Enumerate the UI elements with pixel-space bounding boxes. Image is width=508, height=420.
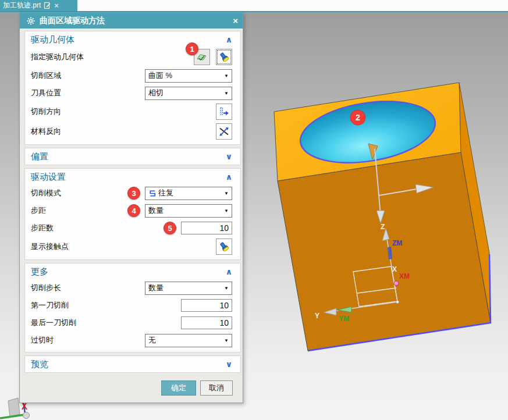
last-cut-input[interactable]	[181, 316, 232, 329]
triad-origin-sphere	[23, 412, 30, 419]
chevron-down-icon[interactable]: ∨	[226, 360, 232, 368]
zigzag-pattern-icon	[148, 190, 156, 197]
part-tab-title: 加工轨迹.prt	[3, 1, 41, 10]
row-stepover: 步距 4 数量 ▼	[31, 202, 232, 219]
row-label: 第一刀切削	[31, 300, 69, 311]
group-preview-header[interactable]: 预览 ∨	[31, 357, 232, 372]
zm-axis-label: ZM	[392, 239, 402, 247]
row-label: 最后一刀切削	[31, 318, 76, 328]
chevron-down-icon: ▼	[224, 91, 229, 96]
box-front-face	[278, 152, 491, 351]
row-last-cut: 最后一刀切削	[31, 314, 232, 332]
chevron-down-icon: ▼	[224, 338, 229, 343]
dialog-close-icon[interactable]: ×	[233, 16, 238, 25]
x-axis-label: X	[392, 265, 397, 273]
step-count-input[interactable]	[181, 222, 232, 234]
z-axis-label: Z	[381, 223, 385, 231]
dialog-body: 驱动几何体 ∧ 指定驱动几何体 1	[20, 29, 243, 403]
row-label: 指定驱动几何体	[31, 52, 84, 62]
highlight-flashlight-button[interactable]	[216, 49, 232, 65]
material-reverse-button[interactable]	[216, 123, 232, 140]
flashlight-icon	[219, 241, 230, 252]
part-tab[interactable]: 加工轨迹.prt ×	[0, 0, 77, 11]
row-label: 刀具位置	[31, 88, 61, 98]
reverse-direction-icon	[219, 126, 229, 137]
row-specify-drive-geometry: 指定驱动几何体 1	[31, 47, 232, 67]
row-material-reverse: 材料反向	[31, 122, 232, 141]
badge-2-number: 2	[356, 113, 360, 122]
cut-direction-button[interactable]	[216, 104, 232, 120]
chevron-down-icon: ▼	[224, 208, 229, 213]
row-label: 切削方向	[31, 106, 61, 117]
xm-axis-label: XM	[399, 272, 410, 280]
group-preview: 预览 ∨	[24, 355, 241, 373]
dialog-title-bar[interactable]: 曲面区域驱动方法 ×	[20, 13, 243, 29]
cut-step-dropdown[interactable]: 数量 ▼	[145, 282, 232, 295]
row-label: 步距	[31, 205, 46, 216]
group-drive-geometry: 驱动几何体 ∧ 指定驱动几何体 1	[24, 31, 241, 145]
row-label: 切削步长	[31, 283, 61, 293]
first-cut-input[interactable]	[181, 299, 232, 312]
axes-origin	[396, 301, 399, 304]
row-show-contact-points: 显示接触点	[31, 237, 232, 257]
ok-button[interactable]: 确定	[161, 380, 196, 396]
surface-select-icon	[197, 52, 207, 62]
row-step-count: 步距数 5	[31, 219, 232, 237]
row-label: 过切时	[31, 335, 54, 346]
ym-axis-label: YM	[339, 315, 349, 323]
group-drive-settings: 驱动设置 ∧ 切削模式 3 往复	[24, 168, 241, 260]
chevron-up-icon[interactable]: ∧	[226, 268, 232, 276]
row-first-cut: 第一刀切削	[31, 297, 232, 314]
on-gouge-dropdown[interactable]: 无 ▼	[145, 334, 232, 347]
cancel-button[interactable]: 取消	[200, 380, 233, 396]
callout-badge-3: 3	[127, 187, 140, 200]
row-label: 材料反向	[31, 126, 61, 137]
group-title: 更多	[31, 266, 48, 277]
row-cut-area: 切削区域 曲面 % ▼	[31, 67, 232, 84]
dropdown-value: 曲面 %	[148, 70, 172, 81]
show-contact-points-button[interactable]	[216, 239, 232, 255]
callout-badge-1: 1	[186, 42, 198, 55]
row-cut-step: 切削步长 数量 ▼	[31, 279, 232, 297]
xm-axis-dot	[394, 281, 399, 286]
row-on-gouge: 过切时 无 ▼	[31, 332, 232, 349]
dropdown-value: 无	[148, 335, 156, 346]
dropdown-value: 相切	[148, 88, 164, 98]
row-label: 显示接触点	[31, 241, 69, 252]
chevron-down-icon: ▼	[224, 191, 229, 196]
row-label: 步距数	[31, 223, 54, 233]
cut-pattern-dropdown[interactable]: 往复 ▼	[145, 187, 232, 200]
dropdown-value: 数量	[148, 205, 164, 216]
row-label: 切削模式	[31, 188, 61, 198]
dialog-button-row: 确定 取消	[24, 376, 241, 399]
chevron-down-icon[interactable]: ∨	[226, 152, 232, 161]
group-offset-header[interactable]: 偏置 ∨	[31, 149, 232, 164]
callout-badge-5: 5	[164, 222, 176, 234]
dialog-title: 曲面区域驱动方法	[40, 16, 233, 26]
chevron-up-icon[interactable]: ∧	[226, 35, 232, 44]
group-drive-settings-header[interactable]: 驱动设置 ∧	[31, 169, 232, 184]
group-title: 驱动设置	[31, 172, 66, 183]
callout-badge-4: 4	[127, 204, 140, 217]
gear-icon	[27, 17, 35, 25]
group-more: 更多 ∧ 切削步长 数量 ▼ 第一刀切削 最后一刀切削	[24, 263, 241, 353]
y-axis-label: Y	[315, 312, 319, 320]
dropdown-value: 往复	[148, 188, 173, 198]
tool-position-dropdown[interactable]: 相切 ▼	[145, 87, 232, 100]
row-label: 切削区域	[31, 70, 61, 81]
cut-direction-icon	[219, 106, 229, 117]
surface-area-drive-dialog: 曲面区域驱动方法 × 驱动几何体 ∧ 指定驱动几何体 1	[19, 12, 243, 403]
group-title: 偏置	[31, 151, 48, 162]
chevron-up-icon[interactable]: ∧	[226, 173, 232, 181]
part-tab-bar: 加工轨迹.prt ×	[0, 0, 508, 11]
flashlight-icon	[219, 52, 230, 63]
group-drive-geometry-header[interactable]: 驱动几何体 ∧	[31, 32, 232, 47]
group-title: 预览	[31, 359, 48, 370]
application-window: Z ZM X XM Y YM 2 加工轨迹	[0, 0, 508, 420]
cut-area-dropdown[interactable]: 曲面 % ▼	[145, 69, 232, 83]
row-cut-pattern: 切削模式 3 往复 ▼	[31, 184, 232, 202]
group-title: 驱动几何体	[31, 34, 74, 45]
stepover-dropdown[interactable]: 数量 ▼	[145, 204, 232, 218]
group-more-header[interactable]: 更多 ∧	[31, 264, 232, 279]
tab-close-icon[interactable]: ×	[54, 2, 59, 9]
